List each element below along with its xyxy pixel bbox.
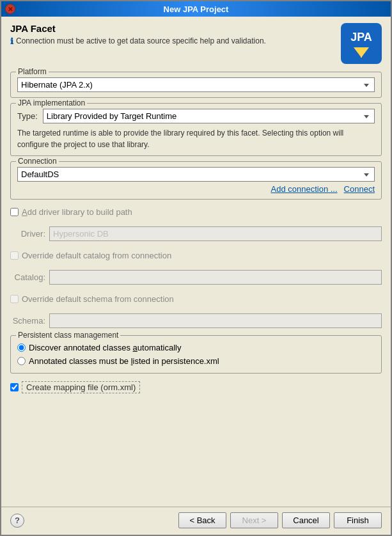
- svg-rect-0: [341, 23, 382, 64]
- header-left: JPA Facet ℹ Connection must be active to…: [10, 23, 341, 46]
- discover-auto-radio[interactable]: [17, 343, 26, 352]
- platform-select[interactable]: Hibernate (JPA 2.x)Generic (JPA 1.0)Gene…: [17, 77, 375, 92]
- persistent-class-group-label: Persistent class management: [16, 331, 120, 340]
- create-mapping-label: Create mapping file (orm.xml): [22, 382, 140, 392]
- finish-button[interactable]: Finish: [334, 512, 382, 528]
- add-driver-checkbox[interactable]: [10, 208, 19, 216]
- radio-row-1: Discover annotated classes automatically: [17, 341, 375, 354]
- schema-label: Schema:: [10, 316, 45, 326]
- schema-select[interactable]: [49, 313, 382, 328]
- schema-select-wrapper: [49, 313, 382, 328]
- title-bar: ✕ New JPA Project: [1, 1, 391, 17]
- svg-text:JPA: JPA: [350, 31, 372, 43]
- override-schema-label: Override default schema from connection: [22, 294, 174, 304]
- help-button[interactable]: ?: [10, 514, 24, 528]
- listed-in-xml-label: Annotated classes must be listed in pers…: [29, 356, 219, 366]
- listed-in-xml-radio[interactable]: [17, 357, 26, 365]
- override-schema-row: Override default schema from connection: [10, 292, 382, 306]
- footer-left: ?: [10, 514, 24, 528]
- override-catalog-checkbox[interactable]: [10, 251, 19, 260]
- help-icon: ?: [15, 516, 20, 525]
- connection-group-label: Connection: [16, 157, 59, 166]
- connect-link[interactable]: Connect: [344, 184, 375, 194]
- platform-group: Platform Hibernate (JPA 2.x)Generic (JPA…: [10, 72, 382, 98]
- catalog-label: Catalog:: [10, 272, 45, 282]
- add-driver-label-text: Add driver library to build path: [22, 207, 132, 217]
- jpa-impl-group-label: JPA implementation: [16, 99, 87, 107]
- persistent-class-group: Persistent class management Discover ann…: [10, 335, 382, 374]
- add-prefix: Add driver library to build path: [22, 207, 132, 217]
- override-schema-checkbox[interactable]: [10, 295, 19, 303]
- header-section: JPA Facet ℹ Connection must be active to…: [10, 23, 382, 64]
- schema-row: Schema:: [10, 311, 382, 330]
- connection-group: Connection DefaultDSNone Add connection …: [10, 161, 382, 200]
- type-row: Type: Library Provided by Target Runtime…: [17, 109, 375, 123]
- jpa-impl-select[interactable]: Library Provided by Target RuntimeUser L…: [43, 109, 375, 123]
- mapping-checkbox-label: Create mapping file (orm.xml): [22, 381, 140, 393]
- discover-auto-label: Discover annotated classes automatically: [29, 343, 181, 352]
- platform-group-label: Platform: [16, 67, 49, 76]
- connection-links: Add connection ... Connect: [17, 184, 375, 194]
- dialog-content: JPA Facet ℹ Connection must be active to…: [1, 17, 391, 507]
- jpa-logo: JPA: [341, 23, 382, 64]
- next-button[interactable]: Next >: [230, 512, 278, 528]
- driver-select[interactable]: Hypersonic DB: [49, 226, 382, 241]
- catalog-select[interactable]: [49, 270, 382, 285]
- info-message: Connection must be active to get data so…: [16, 36, 266, 45]
- driver-select-wrapper: Hypersonic DB: [49, 226, 382, 241]
- info-icon: ℹ: [10, 36, 13, 46]
- catalog-row: Catalog:: [10, 268, 382, 287]
- catalog-select-wrapper: [49, 270, 382, 285]
- footer-buttons: < Back Next > Cancel Finish: [178, 512, 382, 528]
- override-catalog-label: Override default catalog from connection: [22, 251, 171, 260]
- main-window: ✕ New JPA Project JPA Facet ℹ Connection…: [0, 0, 392, 536]
- override-catalog-row: Override default catalog from connection: [10, 248, 382, 263]
- mapping-file-row: Create mapping file (orm.xml): [10, 379, 382, 396]
- add-driver-label: Add driver library to build path: [22, 207, 132, 217]
- close-button[interactable]: ✕: [5, 4, 15, 14]
- page-title: JPA Facet: [10, 23, 341, 34]
- driver-label: Driver:: [10, 229, 45, 239]
- driver-row: Driver: Hypersonic DB: [10, 225, 382, 243]
- close-icon: ✕: [8, 6, 13, 13]
- back-button[interactable]: < Back: [178, 512, 226, 528]
- cancel-button[interactable]: Cancel: [282, 512, 330, 528]
- create-mapping-checkbox[interactable]: [10, 383, 19, 391]
- discover-auto-text: Discover annotated classes automatically: [29, 343, 181, 352]
- footer: ? < Back Next > Cancel Finish: [1, 507, 391, 535]
- jpa-implementation-group: JPA implementation Type: Library Provide…: [10, 103, 382, 156]
- type-label: Type:: [17, 111, 38, 121]
- add-driver-row: Add driver library to build path: [10, 205, 382, 219]
- radio-row-2: Annotated classes must be listed in pers…: [17, 354, 375, 368]
- add-connection-link[interactable]: Add connection ...: [271, 184, 338, 194]
- listed-in-xml-text: Annotated classes must be listed in pers…: [29, 356, 219, 366]
- impl-description: The targeted runtime is able to provide …: [17, 127, 375, 150]
- connection-select[interactable]: DefaultDSNone: [17, 167, 375, 182]
- info-row: ℹ Connection must be active to get data …: [10, 36, 341, 46]
- window-title: New JPA Project: [164, 4, 229, 14]
